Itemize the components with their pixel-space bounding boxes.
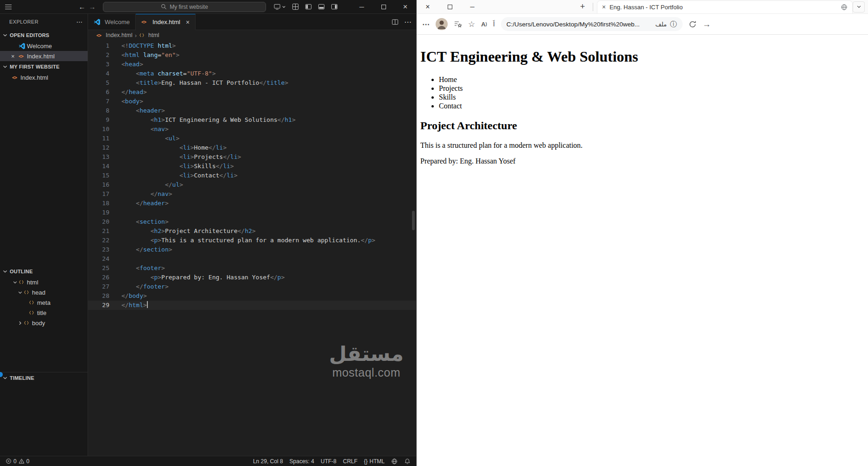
code-line-26[interactable]: 26 <p>Prepared by: Eng. Hassan Yosef</p> [88,273,416,282]
close-tab-icon[interactable]: × [186,19,190,26]
timeline-header[interactable]: TIMELINE [0,372,88,383]
code-line-27[interactable]: 27 </footer> [88,282,416,291]
eol-indicator[interactable]: CRLF [343,458,357,465]
outline-header[interactable]: OUTLINE [0,266,88,277]
code-line-23[interactable]: 23 </section> [88,245,416,254]
code-line-1[interactable]: 1<!DOCTYPE html> [88,41,416,50]
toggle-primary-sidebar-icon[interactable] [305,3,312,10]
code-editor[interactable]: 1<!DOCTYPE html>2<html lang="en">3<head>… [88,40,416,456]
split-editor-icon[interactable] [392,19,399,25]
editor-area: Welcome<>Index.html× ⋯ <>Index.html›html… [88,14,416,456]
outline-item-meta[interactable]: meta [0,297,88,308]
editor-more-actions-icon[interactable]: ⋯ [404,18,412,26]
code-line-18[interactable]: 18 </header> [88,199,416,208]
page-info-icon[interactable]: ⓘ [670,20,677,29]
add-favorite-star-icon[interactable]: ☆ [468,19,475,29]
line-content: <!DOCTYPE html> [109,41,176,50]
browser-maximize-button[interactable] [439,0,461,13]
code-line-3[interactable]: 3<head> [88,60,416,69]
browser-tab[interactable]: × Eng. Hassan - ICT Portfolio [597,0,853,13]
tab-index-html[interactable]: <>Index.html× [136,14,196,30]
code-line-11[interactable]: 11 <ul> [88,134,416,143]
screen-share-icon[interactable] [273,3,286,10]
code-line-17[interactable]: 17 </nav> [88,189,416,199]
workspace-header[interactable]: MY FIRST WEBSITE [0,61,88,72]
grid-layout-icon[interactable] [292,3,299,10]
cursor-position[interactable]: Ln 29, Col 8 [253,458,283,465]
maximize-button[interactable] [373,0,394,13]
chevron-right-icon[interactable] [17,320,24,326]
outline-item-title[interactable]: title [0,308,88,318]
open-editor-index-html[interactable]: ×<>Index.html [0,51,88,61]
toggle-panel-icon[interactable] [318,3,325,10]
code-line-12[interactable]: 12 <li>Home</li> [88,143,416,152]
browser-menu-icon[interactable]: ⋯ [422,20,430,29]
menu-hamburger-icon[interactable] [5,3,12,11]
scrollbar-thumb[interactable] [412,211,415,230]
tab-list-chevron-icon[interactable] [853,1,865,13]
read-aloud-icon[interactable]: A) [481,21,487,28]
breadcrumb-html[interactable]: html [139,32,159,38]
language-mode[interactable]: {} HTML [364,458,385,465]
problems-indicator[interactable]: 0 0 [6,458,29,465]
back-icon[interactable]: → [703,19,711,29]
new-tab-button[interactable]: + [576,1,589,13]
outline-item-html[interactable]: html [0,277,88,287]
code-line-19[interactable]: 19 [88,208,416,217]
outline-item-head[interactable]: head [0,287,88,297]
code-line-22[interactable]: 22 <p>This is a structured plan for a mo… [88,236,416,245]
close-button[interactable]: × [394,0,416,13]
code-line-13[interactable]: 13 <li>Projects</li> [88,152,416,162]
notifications-bell-icon[interactable] [404,458,411,465]
indentation-indicator[interactable]: Spaces: 4 [290,458,314,465]
toggle-secondary-sidebar-icon[interactable] [331,3,338,10]
file-index-html[interactable]: <>Index.html [0,72,88,82]
favorites-hub-icon[interactable] [454,20,462,28]
chevron-down-icon [2,268,8,275]
code-line-29[interactable]: 29</html> [88,301,416,310]
code-line-25[interactable]: 25 <footer> [88,264,416,273]
line-content: <title>Eng. Hassan - ICT Portfolio</titl… [109,78,288,88]
tab-welcome[interactable]: Welcome [88,14,136,30]
translate-icon[interactable]: اَ [493,20,495,28]
history-back-icon[interactable]: ← [77,3,87,11]
code-line-14[interactable]: 14 <li>Skills</li> [88,162,416,171]
code-line-20[interactable]: 20 <section> [88,217,416,227]
open-editor-welcome[interactable]: Welcome [0,41,88,51]
history-forward-icon[interactable]: → [87,3,97,11]
open-editors-header[interactable]: OPEN EDITORS [0,30,88,41]
browser-close-button[interactable]: × [417,0,439,13]
encoding-indicator[interactable]: UTF-8 [321,458,336,465]
code-line-21[interactable]: 21 <h2>Project Architecture</h2> [88,227,416,236]
profile-avatar[interactable] [436,18,448,30]
tab-close-icon[interactable]: × [602,3,606,11]
reload-icon[interactable] [689,20,697,28]
browser-toolbar: ⋯ ☆ A) اَ C:/Users/Lenovo/Desktop/My%20f… [417,14,868,35]
line-number: 19 [88,208,109,217]
close-editor-icon[interactable]: × [11,53,19,60]
breadcrumb-index-html[interactable]: <>Index.html [96,32,133,38]
minimize-button[interactable]: ─ [351,0,373,13]
command-center-search[interactable]: My first website [103,2,266,12]
code-line-24[interactable]: 24 [88,254,416,264]
chevron-down-icon[interactable] [12,279,19,285]
code-line-8[interactable]: 8 <header> [88,106,416,115]
code-line-5[interactable]: 5 <title>Eng. Hassan - ICT Portfolio</ti… [88,78,416,88]
code-line-10[interactable]: 10 <nav> [88,125,416,134]
code-line-6[interactable]: 6</head> [88,88,416,97]
chevron-down-icon[interactable] [17,290,24,296]
code-line-28[interactable]: 28</body> [88,291,416,301]
explorer-more-actions-icon[interactable]: ⋯ [76,18,83,25]
outline-item-body[interactable]: body [0,318,88,328]
address-bar[interactable]: C:/Users/Lenovo/Desktop/My%20first%20web… [501,17,683,31]
code-line-15[interactable]: 15 <li>Contact</li> [88,171,416,180]
line-number: 10 [88,125,109,134]
live-preview-globe-icon[interactable] [391,458,398,465]
code-line-7[interactable]: 7<body> [88,97,416,106]
workspace-label: MY FIRST WEBSITE [10,64,60,69]
code-line-2[interactable]: 2<html lang="en"> [88,50,416,60]
code-line-4[interactable]: 4 <meta charset="UTF-8"> [88,69,416,78]
code-line-9[interactable]: 9 <h1>ICT Engineering & Web Solutions</h… [88,115,416,125]
code-line-16[interactable]: 16 </ul> [88,180,416,189]
browser-minimize-button[interactable]: ─ [461,0,483,13]
